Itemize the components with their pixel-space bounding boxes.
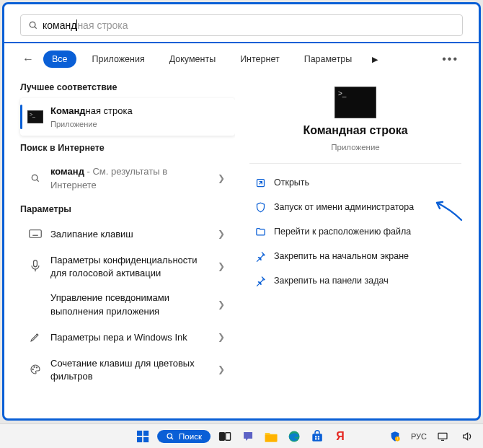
- svg-rect-24: [265, 434, 278, 442]
- security-tray-icon[interactable]: !: [386, 428, 404, 445]
- svg-point-13: [34, 366, 35, 367]
- action-pin-taskbar[interactable]: Закрепить на панели задач: [249, 269, 461, 292]
- language-indicator[interactable]: РУС: [411, 432, 427, 441]
- blank-icon: [27, 297, 43, 312]
- store-icon[interactable]: [309, 428, 326, 445]
- taskbar-tray: ! РУС: [386, 428, 476, 445]
- network-tray-icon[interactable]: [434, 428, 451, 445]
- start-search-window: командная строка ← Все Приложения Докуме…: [2, 2, 481, 421]
- result-setting-color-filters[interactable]: Сочетание клавиш для цветовых фильтров ❯: [20, 351, 235, 389]
- svg-rect-17: [143, 430, 149, 435]
- edge-icon[interactable]: [285, 428, 303, 445]
- preview-subtitle: Приложение: [331, 143, 379, 151]
- volume-tray-icon[interactable]: [458, 428, 476, 445]
- taskbar-search-label: Поиск: [179, 432, 202, 441]
- result-setting-pen-ink[interactable]: Параметры пера и Windows Ink ❯: [20, 323, 235, 351]
- cmd-app-icon: [334, 87, 376, 118]
- palette-icon: [27, 361, 43, 377]
- svg-rect-4: [30, 230, 42, 238]
- action-run-as-admin[interactable]: Запуск от имени администратора: [249, 196, 461, 219]
- svg-rect-16: [137, 430, 142, 435]
- chevron-right-icon: ❯: [215, 261, 228, 271]
- cmd-app-icon: [27, 109, 43, 125]
- best-match-header: Лучшее соответствие: [20, 75, 235, 98]
- results-body: Лучшее соответствие Командная строка При…: [4, 72, 479, 418]
- back-button[interactable]: ←: [20, 53, 36, 66]
- svg-rect-29: [315, 438, 316, 439]
- taskbar: Поиск Я ! РУС: [0, 423, 483, 448]
- result-best-match[interactable]: Командная строка Приложение: [20, 98, 235, 136]
- svg-rect-30: [318, 438, 319, 439]
- folder-icon: [254, 225, 267, 238]
- svg-rect-22: [219, 432, 224, 440]
- action-open-file-location[interactable]: Перейти к расположению файла: [249, 220, 461, 243]
- action-label: Закрепить на панели задач: [274, 276, 389, 286]
- svg-text:!: !: [397, 437, 398, 441]
- action-pin-start[interactable]: Закрепить на начальном экране: [249, 245, 461, 268]
- svg-rect-23: [226, 432, 231, 440]
- pen-icon: [27, 329, 43, 345]
- results-left-column: Лучшее соответствие Командная строка При…: [4, 72, 235, 418]
- result-setting-app-aliases[interactable]: Управление псевдонимами выполнения прило…: [20, 285, 235, 323]
- svg-rect-33: [438, 433, 447, 439]
- svg-rect-18: [137, 436, 142, 442]
- pin-icon: [254, 274, 267, 287]
- chevron-right-icon: ❯: [215, 229, 228, 239]
- result-setting-sticky-keys[interactable]: Залипание клавиш ❯: [20, 220, 235, 247]
- chevron-right-icon: ❯: [215, 173, 228, 183]
- svg-point-20: [167, 434, 172, 439]
- svg-rect-19: [143, 436, 149, 442]
- results-preview-pane: Командная строка Приложение Открыть Запу…: [235, 72, 479, 418]
- tab-web[interactable]: Интернет: [231, 50, 288, 68]
- search-box[interactable]: командная строка: [20, 14, 463, 36]
- filter-tabs: ← Все Приложения Документы Интернет Пара…: [4, 43, 479, 72]
- preview-header: Командная строка Приложение: [249, 82, 461, 164]
- mic-icon: [27, 258, 43, 274]
- result-title: Сочетание клавиш для цветовых фильтров: [50, 358, 195, 382]
- keyboard-icon: [27, 226, 43, 242]
- open-icon: [254, 176, 267, 189]
- web-search-header: Поиск в Интернете: [20, 136, 235, 159]
- search-row: командная строка: [4, 4, 479, 43]
- svg-line-21: [172, 437, 173, 439]
- pin-icon: [254, 250, 267, 263]
- tab-all[interactable]: Все: [43, 50, 76, 68]
- overflow-menu-button[interactable]: •••: [438, 53, 463, 66]
- search-icon: [28, 20, 38, 30]
- result-title: Управление псевдонимами выполнения прило…: [50, 292, 169, 316]
- search-icon: [27, 170, 43, 186]
- taskbar-search-button[interactable]: Поиск: [157, 430, 211, 443]
- svg-line-3: [37, 179, 39, 181]
- result-web-search[interactable]: команд - См. результаты в Интернете ❯: [20, 159, 235, 197]
- chevron-right-icon: ❯: [215, 299, 228, 309]
- action-label: Закрепить на начальном экране: [274, 251, 409, 261]
- chat-icon[interactable]: [239, 428, 257, 445]
- chevron-right-icon: ❯: [215, 332, 228, 342]
- svg-rect-27: [315, 436, 316, 437]
- tab-documents[interactable]: Документы: [161, 50, 224, 68]
- action-open[interactable]: Открыть: [249, 171, 461, 194]
- explorer-icon[interactable]: [262, 428, 280, 445]
- tab-settings[interactable]: Параметры: [296, 50, 361, 68]
- task-view-button[interactable]: [216, 428, 234, 445]
- tab-apps[interactable]: Приложения: [84, 50, 154, 68]
- result-title: Параметры пера и Windows Ink: [50, 332, 187, 343]
- start-button[interactable]: [134, 428, 151, 445]
- taskbar-center: Поиск Я: [134, 428, 349, 445]
- settings-header: Параметры: [20, 197, 235, 220]
- svg-rect-28: [318, 436, 319, 437]
- result-title: команд - См. результаты в Интернете: [50, 166, 167, 190]
- result-title: Залипание клавиш: [50, 229, 133, 240]
- result-subtitle: Приложение: [50, 120, 97, 128]
- svg-rect-10: [34, 260, 37, 267]
- yandex-icon[interactable]: Я: [332, 428, 349, 445]
- search-query: командная строка: [43, 19, 128, 31]
- action-label: Перейти к расположению файла: [274, 227, 411, 237]
- result-setting-voice-privacy[interactable]: Параметры конфиденциальности для голосов…: [20, 247, 235, 286]
- chevron-right-icon: ❯: [215, 364, 228, 374]
- preview-actions: Открыть Запуск от имени администратора П…: [249, 164, 461, 292]
- result-title: Параметры конфиденциальности для голосов…: [50, 255, 198, 278]
- tabs-more-button[interactable]: ▶: [368, 55, 382, 64]
- admin-icon: [254, 201, 267, 214]
- svg-point-14: [36, 367, 37, 368]
